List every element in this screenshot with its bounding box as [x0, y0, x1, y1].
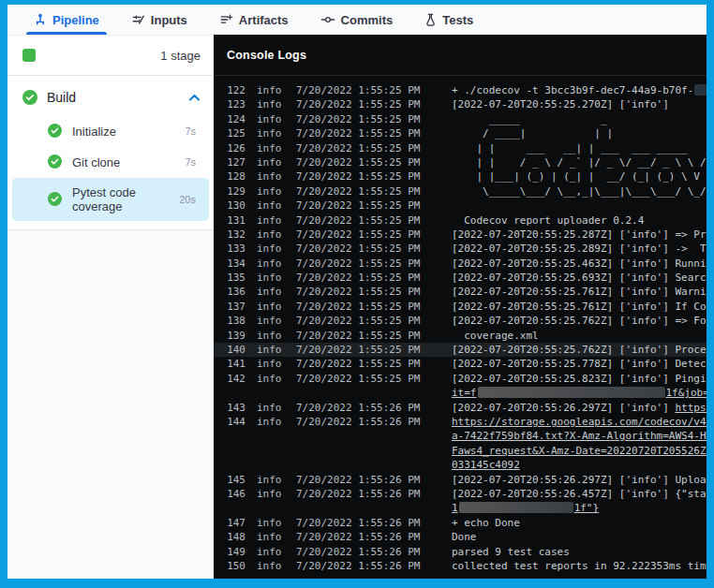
log-line-number[interactable]: 129 [214, 184, 245, 198]
log-line-number[interactable]: 131 [214, 213, 245, 228]
log-link[interactable]: 1 [452, 502, 458, 514]
log-row: Faws4_request&X-Amz-Date=20220720T205526… [214, 444, 707, 458]
log-row: 134info7/20/2022 1:55:25 PM[2022-07-20T2… [214, 257, 707, 271]
log-timestamp: 7/20/2022 1:55:25 PM [296, 97, 435, 111]
log-line-number[interactable]: 150 [214, 559, 245, 573]
log-line-number[interactable]: 133 [214, 242, 245, 256]
log-timestamp: 7/20/2022 1:55:26 PM [296, 530, 435, 544]
log-line-number[interactable]: 149 [214, 545, 245, 559]
log-line-number[interactable]: 144 [214, 415, 245, 429]
log-line-number[interactable]: 123 [214, 97, 245, 111]
log-timestamp: 7/20/2022 1:55:25 PM [296, 285, 435, 299]
log-level: info [257, 141, 294, 155]
tab-inputs[interactable]: Inputs [122, 5, 197, 35]
chevron-up-icon[interactable] [188, 89, 201, 106]
log-line-number[interactable]: 126 [214, 141, 245, 155]
redacted-secret [694, 84, 707, 96]
log-link[interactable]: https://storage.googleapis.com/codecov/v… [452, 416, 707, 428]
log-timestamp: 7/20/2022 1:55:25 PM [296, 372, 435, 386]
tab-artifacts[interactable]: Artifacts [210, 5, 298, 35]
log-level: info [257, 184, 294, 198]
log-line-number[interactable]: 137 [214, 300, 245, 314]
log-line-number[interactable]: 140 [214, 343, 245, 357]
log-line-number[interactable]: 136 [214, 285, 245, 299]
step-label: Initialize [72, 125, 185, 139]
log-text: [2022-07-20T20:55:25.761Z] ['info'] Warn… [452, 286, 707, 298]
console-log-body[interactable]: 122info7/20/2022 1:55:25 PM+ ./codecov -… [214, 76, 707, 579]
log-level: info [257, 112, 294, 126]
log-text: [2022-07-20T20:55:25.289Z] ['info'] -> T… [452, 243, 707, 255]
log-row: 147info7/20/2022 1:55:26 PM+ echo Done [214, 516, 707, 530]
log-timestamp: 7/20/2022 1:55:25 PM [296, 357, 435, 371]
log-line-number[interactable]: 132 [214, 228, 245, 242]
log-line-number[interactable]: 124 [214, 112, 245, 126]
log-text: Codecov report uploader 0.2.4 [452, 214, 644, 227]
log-text: / ____| | | [452, 127, 613, 140]
log-line-number[interactable]: 141 [214, 357, 245, 371]
log-timestamp: 7/20/2022 1:55:26 PM [296, 401, 435, 415]
log-message: Faws4_request&X-Amz-Date=20220720T205526… [452, 444, 707, 458]
log-text: [2022-07-20T20:55:25.270Z] ['info'] [452, 98, 669, 110]
log-line-number[interactable]: 147 [214, 516, 245, 530]
log-text: [2022-07-20T20:55:25.287Z] ['info'] => P… [452, 228, 707, 241]
log-message: https://storage.googleapis.com/codecov/v… [452, 415, 707, 429]
log-line-number[interactable]: 146 [214, 487, 245, 501]
log-line-number[interactable]: 127 [214, 155, 245, 169]
log-line-number[interactable]: 143 [214, 401, 245, 415]
step-row[interactable]: Pytest code coverage20s [12, 178, 209, 221]
log-link[interactable]: 1f&job=&pr=&se [666, 387, 707, 399]
log-line-number[interactable]: 130 [214, 198, 245, 213]
log-link[interactable]: 033145c4092 [452, 459, 520, 471]
log-line-number[interactable]: 134 [214, 257, 245, 271]
log-text: [2022-07-20T20:55:25.823Z] ['info'] Ping… [452, 373, 707, 385]
log-text: [2022-07-20T20:55:25.762Z] ['info'] => F… [452, 315, 707, 327]
log-link[interactable]: Faws4_request&X-Amz-Date=20220720T205526… [452, 445, 707, 457]
log-line-number[interactable]: 125 [214, 126, 245, 140]
log-line-number[interactable]: 122 [214, 83, 245, 97]
log-timestamp: 7/20/2022 1:55:25 PM [296, 329, 435, 343]
log-line-number[interactable]: 135 [214, 271, 245, 285]
log-text: [2022-07-20T20:55:26.297Z] ['info'] [452, 402, 675, 414]
log-line-number[interactable]: 142 [214, 372, 245, 386]
log-message: [2022-07-20T20:55:25.778Z] ['info'] Dete… [452, 357, 707, 371]
log-line-number[interactable]: 139 [214, 329, 245, 343]
log-line-number[interactable]: 145 [214, 473, 245, 487]
log-level: info [257, 329, 294, 343]
log-timestamp: 7/20/2022 1:55:25 PM [296, 242, 435, 256]
log-message: [2022-07-20T20:55:25.289Z] ['info'] -> T… [452, 242, 707, 256]
log-link[interactable]: 1f"} [574, 502, 600, 514]
log-level: info [257, 516, 294, 530]
step-row[interactable]: Initialize7s [12, 116, 209, 146]
tab-commits[interactable]: Commits [311, 5, 403, 35]
log-text: _____ _ [452, 113, 607, 125]
log-text: collected test reports in 92.222353ms ti… [452, 560, 707, 572]
log-row: 124info7/20/2022 1:55:25 PM _____ _ [214, 112, 707, 126]
log-link[interactable]: https://codecov.io [675, 402, 707, 414]
log-line-number[interactable]: 148 [214, 530, 245, 544]
build-group-row[interactable]: Build [7, 76, 214, 115]
log-message: | |___| (_) | (_| | __/ (_| (_) \ V / [452, 169, 707, 184]
log-message: [2022-07-20T20:55:25.287Z] ['info'] => P… [452, 228, 707, 242]
log-text: + ./codecov -t 3bcc3b9f-dec7-44a9-b70f- [452, 84, 693, 96]
log-message: [2022-07-20T20:55:25.761Z] ['info'] Warn… [452, 285, 707, 299]
log-line-number[interactable]: 138 [214, 314, 245, 328]
log-link[interactable]: it=f [452, 387, 477, 399]
stage-summary-row[interactable]: 1 stage [7, 36, 214, 76]
log-level: info [257, 415, 294, 429]
tab-label: Tests [442, 13, 473, 27]
log-level: info [257, 271, 294, 285]
log-text: coverage.xml [452, 330, 539, 342]
step-row[interactable]: Git clone7s [12, 147, 209, 177]
log-link[interactable]: a-7422f759bf84.txt?X-Amz-Algorithm=AWS4-… [452, 430, 707, 442]
log-row: 136info7/20/2022 1:55:25 PM[2022-07-20T2… [214, 285, 707, 299]
tab-label: Commits [341, 13, 394, 27]
inputs-icon [131, 13, 145, 26]
log-message: [2022-07-20T20:55:26.297Z] ['info'] http… [452, 401, 707, 415]
log-text: [2022-07-20T20:55:26.457Z] ['info'] {"st… [452, 488, 707, 500]
tab-tests[interactable]: Tests [415, 5, 483, 35]
log-row: 143info7/20/2022 1:55:26 PM[2022-07-20T2… [214, 401, 707, 415]
log-line-number[interactable]: 128 [214, 169, 245, 184]
log-timestamp: 7/20/2022 1:55:25 PM [296, 213, 435, 228]
pipeline-icon [34, 13, 47, 26]
tab-pipeline[interactable]: Pipeline [24, 5, 109, 35]
